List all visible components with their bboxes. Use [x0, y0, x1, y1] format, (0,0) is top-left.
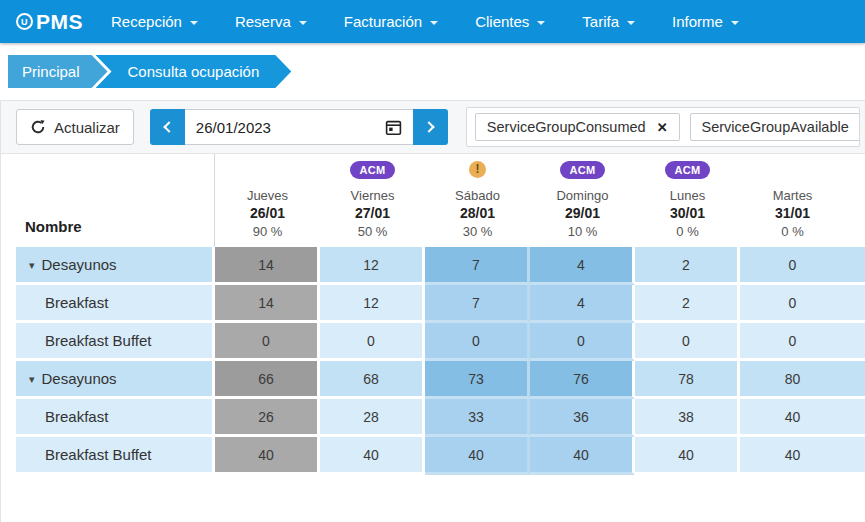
- value-cell: 76: [530, 361, 635, 399]
- chevron-down-icon: [731, 21, 739, 25]
- value-cell: 4: [530, 247, 635, 285]
- nav-item-tarifa[interactable]: Tarifa: [582, 13, 635, 30]
- day-column-header-jueves: Jueves26/0190 %: [215, 154, 320, 247]
- content-panel: Actualizar 26/01/2023 ServiceGro: [0, 100, 865, 522]
- day-column-header-domingo: ACMDomingo29/0110 %: [530, 154, 635, 247]
- filter-chip-label: ServiceGroupAvailable: [702, 119, 849, 135]
- warning-badge: !: [469, 161, 486, 178]
- date-value: 26/01/2023: [196, 119, 271, 136]
- row-name-label: Desayunos: [42, 256, 117, 273]
- caret-down-icon[interactable]: ▾: [29, 259, 35, 272]
- value-cell: 0: [635, 323, 740, 361]
- day-label: Lunes: [635, 188, 740, 203]
- chevron-down-icon: [537, 21, 545, 25]
- badge-slot: !: [425, 161, 530, 185]
- nav-item-label: Reserva: [235, 13, 291, 30]
- value-cell: 40: [320, 437, 425, 475]
- nav-item-label: Clientes: [475, 13, 529, 30]
- row-filler-cell: [845, 399, 865, 437]
- row-name-cell: Breakfast Buffet: [16, 323, 215, 361]
- row-name-cell: Breakfast: [16, 399, 215, 437]
- refresh-button[interactable]: Actualizar: [16, 109, 134, 145]
- name-column-header: Nombre: [16, 154, 215, 247]
- filter-chip-servicegroupconsumed: ServiceGroupConsumed✕: [475, 113, 680, 141]
- table-row-breakfast: Breakfast14127420: [16, 285, 865, 323]
- acm-badge: ACM: [350, 161, 396, 179]
- value-cell: 0: [530, 323, 635, 361]
- acm-badge: ACM: [560, 161, 606, 179]
- nav-item-informe[interactable]: Informe: [672, 13, 739, 30]
- value-cell: 40: [425, 437, 530, 475]
- row-name-label: Breakfast: [45, 294, 108, 311]
- date-prev-button[interactable]: [150, 109, 185, 145]
- nav-menu: RecepciónReservaFacturaciónClientesTarif…: [111, 13, 739, 30]
- refresh-label: Actualizar: [54, 119, 120, 136]
- brand-text: PMS: [36, 10, 83, 34]
- chevron-down-icon: [430, 21, 438, 25]
- value-cell: 14: [215, 285, 320, 323]
- day-column-header-viernes: ACMViernes27/0150 %: [320, 154, 425, 247]
- value-cell: 68: [320, 361, 425, 399]
- date-next-button[interactable]: [413, 109, 448, 145]
- occupancy-table: Nombre Jueves26/0190 %ACMViernes27/0150 …: [16, 154, 865, 475]
- row-name-label: Breakfast Buffet: [45, 446, 151, 463]
- value-cell: 80: [740, 361, 845, 399]
- breadcrumb-item-consulta-ocupacion[interactable]: Consulta ocupación: [96, 55, 292, 88]
- nav-item-clientes[interactable]: Clientes: [475, 13, 545, 30]
- chevron-down-icon: [299, 21, 307, 25]
- row-name-cell[interactable]: ▾Desayunos: [16, 247, 215, 285]
- nav-item-recepcion[interactable]: Recepción: [111, 13, 198, 30]
- row-name-cell[interactable]: ▾Desayunos: [16, 361, 215, 399]
- value-cell: 14: [215, 247, 320, 285]
- value-cell: 0: [740, 247, 845, 285]
- badge-slot: [215, 161, 320, 185]
- row-filler-cell: [845, 437, 865, 475]
- badge-slot: ACM: [320, 161, 425, 185]
- caret-down-icon[interactable]: ▾: [29, 373, 35, 386]
- value-cell: 0: [425, 323, 530, 361]
- nav-item-label: Informe: [672, 13, 723, 30]
- filter-chip-label: ServiceGroupConsumed: [487, 119, 646, 135]
- group-row-desayunos: ▾Desayunos666873767880: [16, 361, 865, 399]
- date-input[interactable]: 26/01/2023: [185, 109, 413, 145]
- nav-item-reserva[interactable]: Reserva: [235, 13, 307, 30]
- value-cell: 40: [530, 437, 635, 475]
- row-name-cell: Breakfast: [16, 285, 215, 323]
- day-label: Viernes: [320, 188, 425, 203]
- date-label: 26/01: [215, 205, 320, 221]
- table-row-breakfast: Breakfast262833363840: [16, 399, 865, 437]
- calendar-icon[interactable]: [385, 119, 402, 136]
- value-cell: 2: [635, 285, 740, 323]
- table-wrapper: Nombre Jueves26/0190 %ACMViernes27/0150 …: [1, 154, 865, 475]
- day-column-header-sabado: !Sábado28/0130 %: [425, 154, 530, 247]
- day-column-header-martes: Martes31/010 %: [740, 154, 845, 247]
- brand-logo[interactable]: U PMS: [16, 10, 83, 34]
- value-cell: 0: [740, 323, 845, 361]
- breadcrumb-item-principal[interactable]: Principal: [8, 55, 108, 88]
- table-row-breakfast-buffet: Breakfast Buffet404040404040: [16, 437, 865, 475]
- nav-item-label: Facturación: [344, 13, 422, 30]
- value-cell: 12: [320, 247, 425, 285]
- value-cell: 36: [530, 399, 635, 437]
- nav-item-facturacion[interactable]: Facturación: [344, 13, 438, 30]
- value-cell: 33: [425, 399, 530, 437]
- acm-badge: ACM: [665, 161, 711, 179]
- breadcrumb: PrincipalConsulta ocupación: [8, 55, 865, 88]
- value-cell: 66: [215, 361, 320, 399]
- nav-item-label: Tarifa: [582, 13, 619, 30]
- top-navbar: U PMS RecepciónReservaFacturaciónCliente…: [0, 0, 865, 43]
- filter-container[interactable]: ServiceGroupConsumed✕ServiceGroupAvailab…: [466, 107, 860, 147]
- remove-filter-icon[interactable]: ✕: [657, 120, 668, 135]
- value-cell: 2: [635, 247, 740, 285]
- row-filler-cell: [845, 285, 865, 323]
- value-cell: 0: [215, 323, 320, 361]
- date-navigator: 26/01/2023: [150, 109, 448, 145]
- header-filler: [845, 154, 865, 247]
- occupancy-percent: 0 %: [635, 224, 740, 239]
- refresh-icon: [30, 119, 46, 135]
- occupancy-percent: 50 %: [320, 224, 425, 239]
- value-cell: 0: [320, 323, 425, 361]
- value-cell: 12: [320, 285, 425, 323]
- date-label: 31/01: [740, 205, 845, 221]
- occupancy-percent: 0 %: [740, 224, 845, 239]
